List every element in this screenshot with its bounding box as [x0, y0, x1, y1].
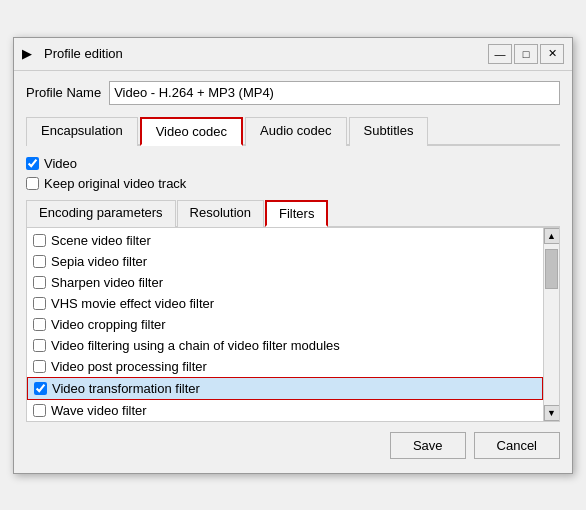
title-bar: ▶ Profile edition — □ ✕ [14, 38, 572, 71]
filter-checkbox-post[interactable] [33, 360, 46, 373]
filter-label-transformation[interactable]: Video transformation filter [52, 381, 200, 396]
video-checkbox-row: Video [26, 156, 560, 171]
filter-label-scene[interactable]: Scene video filter [51, 233, 151, 248]
inner-tabs: Encoding parameters Resolution Filters [26, 199, 560, 227]
filter-label-cropping[interactable]: Video cropping filter [51, 317, 166, 332]
window-title: Profile edition [44, 46, 482, 61]
tab-audio-codec[interactable]: Audio codec [245, 117, 347, 146]
filters-list: Scene video filter Sepia video filter Sh… [27, 228, 543, 421]
filter-checkbox-cropping[interactable] [33, 318, 46, 331]
window-controls: — □ ✕ [488, 44, 564, 64]
scroll-thumb[interactable] [545, 249, 558, 289]
filter-checkbox-transformation[interactable] [34, 382, 47, 395]
filter-item-scene[interactable]: Scene video filter [27, 230, 543, 251]
filter-label-sharpen[interactable]: Sharpen video filter [51, 275, 163, 290]
filter-item-cropping[interactable]: Video cropping filter [27, 314, 543, 335]
profile-name-label: Profile Name [26, 85, 101, 100]
filter-item-wave[interactable]: Wave video filter [27, 400, 543, 421]
close-button[interactable]: ✕ [540, 44, 564, 64]
filter-label-sepia[interactable]: Sepia video filter [51, 254, 147, 269]
filter-label-vhs[interactable]: VHS movie effect video filter [51, 296, 214, 311]
filter-item-sharpen[interactable]: Sharpen video filter [27, 272, 543, 293]
filter-item-chain[interactable]: Video filtering using a chain of video f… [27, 335, 543, 356]
filter-checkbox-chain[interactable] [33, 339, 46, 352]
filter-label-post[interactable]: Video post processing filter [51, 359, 207, 374]
filters-list-container: Scene video filter Sepia video filter Sh… [26, 227, 560, 422]
save-button[interactable]: Save [390, 432, 466, 459]
tab-subtitles[interactable]: Subtitles [349, 117, 429, 146]
filter-item-vhs[interactable]: VHS movie effect video filter [27, 293, 543, 314]
filter-checkbox-wave[interactable] [33, 404, 46, 417]
keep-original-checkbox-row: Keep original video track [26, 176, 560, 191]
keep-original-checkbox[interactable] [26, 177, 39, 190]
dialog-window: ▶ Profile edition — □ ✕ Profile Name Enc… [13, 37, 573, 474]
tab-video-codec[interactable]: Video codec [140, 117, 243, 146]
filter-checkbox-sepia[interactable] [33, 255, 46, 268]
inner-tab-encoding[interactable]: Encoding parameters [26, 200, 176, 227]
video-section: Video Keep original video track [26, 156, 560, 191]
app-icon: ▶ [22, 46, 38, 62]
filter-item-post[interactable]: Video post processing filter [27, 356, 543, 377]
profile-name-row: Profile Name [26, 81, 560, 105]
filter-item-sepia[interactable]: Sepia video filter [27, 251, 543, 272]
dialog-content: Profile Name Encapsulation Video codec A… [14, 71, 572, 473]
filter-label-wave[interactable]: Wave video filter [51, 403, 147, 418]
video-checkbox-label[interactable]: Video [44, 156, 77, 171]
scroll-track [544, 244, 559, 405]
filter-checkbox-scene[interactable] [33, 234, 46, 247]
maximize-button[interactable]: □ [514, 44, 538, 64]
cancel-button[interactable]: Cancel [474, 432, 560, 459]
inner-tab-filters[interactable]: Filters [265, 200, 328, 227]
keep-original-label[interactable]: Keep original video track [44, 176, 186, 191]
scrollbar[interactable]: ▲ ▼ [543, 228, 559, 421]
profile-name-input[interactable] [109, 81, 560, 105]
inner-tab-resolution[interactable]: Resolution [177, 200, 264, 227]
filter-label-chain[interactable]: Video filtering using a chain of video f… [51, 338, 340, 353]
bottom-buttons: Save Cancel [26, 422, 560, 463]
video-checkbox[interactable] [26, 157, 39, 170]
main-tabs: Encapsulation Video codec Audio codec Su… [26, 115, 560, 146]
filter-checkbox-sharpen[interactable] [33, 276, 46, 289]
scroll-up-button[interactable]: ▲ [544, 228, 560, 244]
scroll-down-button[interactable]: ▼ [544, 405, 560, 421]
tab-encapsulation[interactable]: Encapsulation [26, 117, 138, 146]
filter-item-transformation[interactable]: Video transformation filter [27, 377, 543, 400]
filter-checkbox-vhs[interactable] [33, 297, 46, 310]
minimize-button[interactable]: — [488, 44, 512, 64]
